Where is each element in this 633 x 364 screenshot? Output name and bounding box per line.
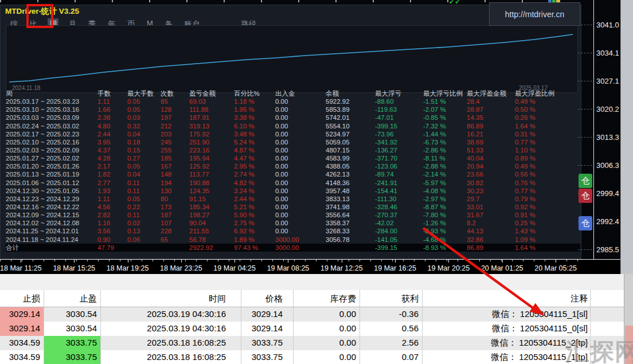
stats-cell: 203 (161, 130, 189, 138)
stats-cell: 2.17 (97, 162, 127, 170)
trade-row[interactable]: 3029.143030.542025.03.19 04:30:163029.14… (0, 307, 624, 322)
stats-cell: 32.86 (467, 236, 515, 244)
stats-cell: 65 (161, 236, 189, 244)
stats-cell: 5922.92 (326, 97, 375, 105)
stats-row: 2025.01.20 ~ 2025.01.262.170.05167125.92… (6, 162, 579, 170)
time-tick-mark (502, 260, 503, 263)
trade-cell-profit: 0.56 (360, 322, 423, 336)
stats-cell: -399.15 (375, 244, 423, 252)
stats-cell: -2.07 % (423, 105, 467, 113)
stats-cell: 0.90 (97, 236, 127, 244)
right-scroll-strip[interactable] (620, 0, 633, 274)
stats-row: 2025.02.24 ~ 2025.03.024.800.32212319.13… (6, 122, 579, 130)
stats-cell: -111.30 (375, 195, 423, 203)
stats-cell: 1.16 (97, 219, 127, 227)
stats-cell: -7.80 % (423, 211, 467, 219)
stats-cell: 0.00 (275, 146, 326, 154)
url-link[interactable]: http://mtdriver.cn (489, 2, 580, 26)
trade-cell-swap: 0.00 (294, 322, 360, 336)
stats-cell: 2.77 (97, 179, 127, 187)
position-badge-1[interactable]: 仓 (579, 189, 592, 203)
stats-cell: 1.10 % (515, 146, 570, 154)
stats-cell: 30.23 (467, 187, 515, 195)
trade-cell-price: 3029.14 (241, 307, 294, 322)
stats-header-cell: 最大手数 (127, 89, 161, 97)
stats-cell: -241.91 (375, 179, 423, 187)
stats-cell: 1.18 % (234, 97, 275, 105)
stats-cell: 86.89 (467, 244, 515, 252)
stats-cell: 0.05 (127, 97, 161, 105)
stats-cell: 107 (161, 219, 189, 227)
stats-cell: 2025.01.13 ~ 2025.01.19 (6, 170, 97, 178)
time-tick-mark (181, 260, 182, 263)
time-tick-mark (74, 260, 75, 263)
stats-cell: -8.11 % (423, 154, 467, 162)
stats-cell: 3000.00 (275, 236, 326, 244)
stats-cell: 5.24 % (234, 138, 275, 146)
price-tick-dash (578, 137, 592, 138)
stats-cell: 0.77 % (515, 187, 570, 195)
stats-cell: 0.04 (127, 130, 161, 138)
stats-cell: 0.02 (127, 219, 161, 227)
stats-row: 2024.12.09 ~ 2024.12.152.820.11187198.27… (6, 211, 579, 219)
trades-header-cell-tp: 止盈 (44, 290, 101, 307)
stats-row: 2025.03.03 ~ 2025.03.092.380.03197187.91… (6, 113, 579, 122)
stats-cell: 0.00 (275, 219, 326, 227)
stats-cell: 185 (161, 154, 189, 162)
trades-panel: 止损止盈时间价格库存费获利注释 3029.143030.542025.03.19… (0, 274, 633, 364)
price-tick-dash (578, 109, 592, 109)
price-axis-line (593, 0, 594, 259)
stats-cell: 5554.10 (326, 122, 375, 130)
position-badge-0[interactable]: 仓 (579, 174, 592, 188)
price-tick-dash (578, 165, 592, 166)
stats-cell: 0.11 (127, 179, 161, 187)
stats-cell: 4807.15 (326, 146, 375, 154)
stats-cell: -88.60 (375, 97, 423, 105)
stats-cell: 合计 (6, 244, 97, 252)
stats-cell: 0.00 (275, 130, 326, 138)
trade-row[interactable]: 3034.593033.752025.03.18 16:08:253033.75… (0, 336, 624, 350)
stats-table: 周手数最大手数次数盈亏金额百分比%出入金余额最大浮亏最大浮亏比例最大浮盈金额最大… (6, 89, 579, 252)
time-tick-mark (235, 260, 235, 263)
stats-cell: 2025.01.27 ~ 2025.02.02 (6, 154, 97, 162)
stats-cell: -2.88 % (423, 162, 467, 170)
stats-cell: 0.76 % (515, 179, 570, 187)
trades-header-cell-time: 时间 (101, 290, 241, 307)
stats-cell: -42.02 (375, 219, 423, 227)
stats-row: 2024.12.30 ~ 2025.01.051.930.11130124.35… (6, 187, 579, 195)
equity-curve-chart: 2024.11.18 2025.03.17 (6, 25, 578, 93)
position-badge-2[interactable]: 仓 (579, 216, 592, 230)
stats-cell: 1.09 % (515, 236, 570, 244)
trades-table-header: 止损止盈时间价格库存费获利注释 (0, 290, 624, 307)
price-tick-label: 2992.4 (596, 217, 619, 226)
stats-header-cell: 周 (6, 89, 97, 97)
trade-cell-profit: -0.36 (360, 307, 423, 322)
trade-cell-swap: 0.00 (294, 350, 360, 364)
time-tick-label: 19 Mar 12:25 (321, 260, 363, 275)
stats-cell: 245 (161, 138, 189, 146)
stats-row: 2024.12.02 ~ 2024.12.081.160.0210790.042… (6, 219, 579, 227)
stats-cell: 194 (161, 179, 189, 187)
stats-cell: 111.88 (189, 105, 234, 113)
stats-cell: 198.27 (189, 211, 234, 219)
stats-cell: 187 (161, 211, 189, 219)
stats-cell: 319.13 (189, 122, 234, 130)
stats-cell: 2.75 % (234, 219, 275, 227)
stats-cell: 0.26 % (515, 113, 570, 122)
time-tick-mark (21, 260, 21, 263)
stats-header-cell: 百分比% (234, 89, 275, 97)
time-tick-label: 19 Mar 08:25 (267, 260, 310, 275)
stats-cell: -399.15 (375, 122, 423, 130)
stats-cell: 0.13 (127, 227, 161, 235)
stats-cell: 56.78 (189, 236, 234, 244)
stats-cell: 1.64 % (515, 244, 570, 252)
trade-row[interactable]: 3029.143030.542025.03.19 04:30:163029.14… (0, 322, 624, 336)
stats-cell: 2.44 (97, 130, 127, 138)
time-tick-mark (342, 260, 342, 263)
stats-cell: 1.95 % (234, 105, 275, 113)
stats-cell: 14.35 (467, 113, 515, 122)
stats-cell: 2024.11.18 ~ 2024.11.24 (6, 236, 97, 244)
trade-row[interactable]: 3034.593033.752025.03.18 16:08:253033.75… (0, 350, 624, 364)
stats-row: 2024.12.23 ~ 2024.12.291.110.058091.152.… (6, 195, 579, 203)
stats-cell: -2.14 % (423, 170, 467, 178)
